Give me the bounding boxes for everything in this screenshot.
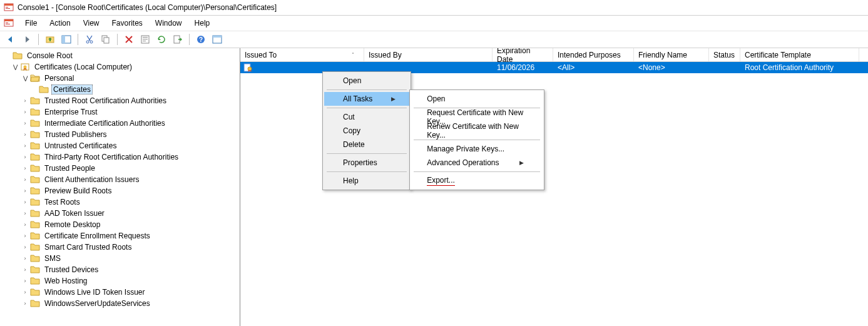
sub-export[interactable]: Export... bbox=[411, 174, 543, 188]
chevron-down-icon[interactable]: ⋁ bbox=[11, 63, 19, 71]
tree-folder[interactable]: ›Test Roots bbox=[0, 196, 240, 208]
col-issued-by[interactable]: Issued By bbox=[364, 48, 493, 61]
chevron-right-icon[interactable]: › bbox=[21, 142, 29, 150]
tree-label: Test Roots bbox=[43, 197, 82, 207]
twisty-icon[interactable] bbox=[4, 52, 11, 59]
chevron-right-icon[interactable]: › bbox=[21, 232, 29, 240]
export-list-button[interactable] bbox=[171, 33, 185, 46]
ctx-delete[interactable]: Delete bbox=[324, 138, 409, 151]
menu-action[interactable]: Action bbox=[43, 18, 76, 29]
chevron-right-icon[interactable]: › bbox=[21, 277, 29, 285]
tree-label: Windows Live ID Token Issuer bbox=[43, 287, 147, 297]
chevron-right-icon[interactable]: › bbox=[21, 165, 29, 172]
chevron-right-icon[interactable]: › bbox=[21, 266, 29, 273]
chevron-right-icon[interactable]: › bbox=[21, 255, 29, 262]
col-expiration[interactable]: Expiration Date bbox=[493, 48, 553, 61]
tree-personal[interactable]: ⋁ Personal bbox=[0, 73, 240, 84]
tree-folder[interactable]: ›Remote Desktop bbox=[0, 219, 240, 230]
tree-folder[interactable]: ›Certificate Enrollment Requests bbox=[0, 230, 240, 242]
chevron-right-icon[interactable]: › bbox=[21, 300, 29, 307]
col-purposes[interactable]: Intended Purposes bbox=[553, 48, 634, 61]
menu-window[interactable]: Window bbox=[149, 18, 188, 29]
chevron-right-icon[interactable]: › bbox=[21, 198, 29, 206]
sub-advanced[interactable]: Advanced Operations▶ bbox=[411, 156, 543, 170]
menu-view[interactable]: View bbox=[77, 18, 106, 29]
new-window-button[interactable] bbox=[210, 33, 224, 46]
tree-folder[interactable]: ›Trusted Publishers bbox=[0, 129, 240, 140]
chevron-right-icon[interactable]: › bbox=[21, 176, 29, 183]
tree-label: Preview Build Roots bbox=[43, 186, 113, 196]
ctx-cut[interactable]: Cut bbox=[324, 110, 409, 124]
delete-button[interactable] bbox=[122, 33, 136, 46]
tree-pane[interactable]: Console Root ⋁ Certificates (Local Compu… bbox=[0, 48, 240, 326]
col-friendly[interactable]: Friendly Name bbox=[634, 48, 709, 61]
chevron-right-icon[interactable]: › bbox=[21, 210, 29, 217]
properties-button[interactable] bbox=[138, 33, 152, 46]
list-pane[interactable]: Issued To˄ Issued By Expiration Date Int… bbox=[240, 48, 868, 326]
tree-folder[interactable]: ›Smart Card Trusted Roots bbox=[0, 242, 240, 253]
chevron-right-icon[interactable]: › bbox=[21, 120, 29, 127]
window-title: Console1 - [Console Root\Certificates (L… bbox=[18, 3, 277, 12]
tree-certificates[interactable]: Certificates bbox=[0, 84, 240, 95]
menu-help[interactable]: Help bbox=[188, 18, 217, 29]
svg-point-11 bbox=[86, 41, 89, 43]
tree-certificates-local[interactable]: ⋁ Certificates (Local Computer) bbox=[0, 61, 240, 73]
folder-icon bbox=[30, 242, 40, 252]
chevron-right-icon[interactable]: › bbox=[21, 288, 29, 296]
toolbar-separator bbox=[38, 34, 39, 45]
chevron-down-icon[interactable]: ⋁ bbox=[21, 74, 29, 82]
col-template[interactable]: Certificate Template bbox=[740, 48, 859, 61]
refresh-button[interactable] bbox=[155, 33, 168, 46]
tree-folder[interactable]: ›Trusted People bbox=[0, 163, 240, 174]
chevron-right-icon[interactable]: › bbox=[21, 221, 29, 228]
ctx-open[interactable]: Open bbox=[324, 74, 409, 88]
tree-folder[interactable]: ›Third-Party Root Certification Authorit… bbox=[0, 151, 240, 163]
up-button[interactable] bbox=[43, 33, 57, 46]
tree-folder[interactable]: ›Windows Live ID Token Issuer bbox=[0, 287, 240, 298]
tree-folder[interactable]: ›Intermediate Certification Authorities bbox=[0, 118, 240, 129]
tree-folder[interactable]: ›Web Hosting bbox=[0, 275, 240, 287]
chevron-right-icon[interactable]: › bbox=[21, 187, 29, 195]
forward-button[interactable] bbox=[20, 33, 34, 46]
cell-template: Root Certification Authority bbox=[740, 63, 859, 73]
tree-folder[interactable]: ›Enterprise Trust bbox=[0, 106, 240, 118]
tree-folder[interactable]: ›AAD Token Issuer bbox=[0, 208, 240, 219]
tree-folder[interactable]: ›Client Authentication Issuers bbox=[0, 174, 240, 185]
folder-icon bbox=[13, 51, 23, 61]
ctx-help[interactable]: Help bbox=[324, 174, 409, 188]
tree-folder[interactable]: ›Trusted Devices bbox=[0, 264, 240, 275]
menu-separator bbox=[327, 171, 407, 172]
toolbar-separator bbox=[78, 34, 78, 45]
menu-file[interactable]: File bbox=[19, 18, 43, 29]
tree-label: Trusted Root Certification Authorities bbox=[43, 96, 168, 106]
sub-manage-keys[interactable]: Manage Private Keys... bbox=[411, 142, 543, 156]
help-button[interactable]: ? bbox=[194, 33, 208, 46]
copy-button[interactable] bbox=[99, 33, 113, 46]
col-status[interactable]: Status bbox=[709, 48, 740, 61]
chevron-right-icon[interactable]: › bbox=[21, 131, 29, 138]
ctx-copy[interactable]: Copy bbox=[324, 124, 409, 138]
cut-button[interactable] bbox=[83, 33, 96, 46]
menu-favorites[interactable]: Favorites bbox=[106, 18, 149, 29]
tree-folder[interactable]: ›SMS bbox=[0, 253, 240, 264]
ctx-properties[interactable]: Properties bbox=[324, 156, 409, 170]
col-issued-to[interactable]: Issued To˄ bbox=[240, 48, 364, 61]
tree-folder[interactable]: ›WindowsServerUpdateServices bbox=[0, 298, 240, 309]
svg-rect-3 bbox=[6, 8, 10, 9]
toolbar-separator bbox=[117, 34, 118, 45]
tree-folder[interactable]: ›Trusted Root Certification Authorities bbox=[0, 95, 240, 106]
chevron-right-icon[interactable]: › bbox=[21, 108, 29, 116]
tree-folder[interactable]: ›Untrusted Certificates bbox=[0, 140, 240, 151]
chevron-right-icon[interactable]: › bbox=[21, 153, 29, 161]
sub-open[interactable]: Open bbox=[411, 92, 543, 106]
chevron-right-icon[interactable]: › bbox=[21, 243, 29, 251]
show-hide-tree-button[interactable] bbox=[59, 33, 73, 46]
back-button[interactable] bbox=[4, 33, 18, 46]
tree-label: Intermediate Certification Authorities bbox=[43, 118, 167, 128]
tree-folder[interactable]: ›Preview Build Roots bbox=[0, 185, 240, 196]
tree-console-root[interactable]: Console Root bbox=[0, 50, 240, 61]
ctx-all-tasks[interactable]: All Tasks▶ Open Request Certificate with… bbox=[324, 92, 409, 106]
sub-renew-cert[interactable]: Renew Certificate with New Key... bbox=[411, 124, 543, 138]
chevron-right-icon[interactable]: › bbox=[21, 97, 29, 104]
folder-icon bbox=[30, 130, 40, 140]
